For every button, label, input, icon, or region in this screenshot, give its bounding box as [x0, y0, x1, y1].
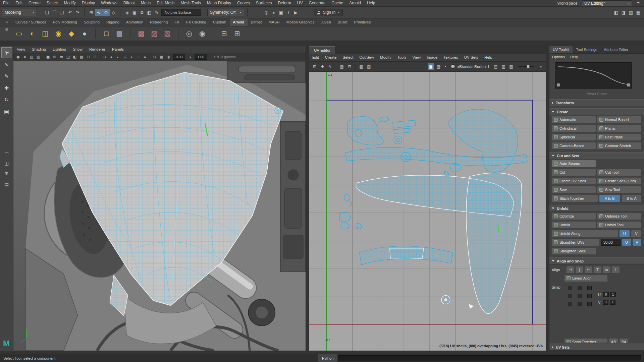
shelf-tab[interactable]: Animation — [123, 18, 147, 26]
safe-action-icon[interactable]: ⊡ — [85, 54, 92, 60]
create-uv-shell-button[interactable]: Create UV Shell — [552, 178, 596, 184]
unfold-along-v-button[interactable]: V — [631, 230, 641, 237]
unfold-button[interactable]: Unfold — [552, 222, 596, 228]
snap-v0-field[interactable]: 0 — [603, 300, 608, 305]
toolkit-menu-item[interactable]: Help — [568, 54, 581, 60]
paint-select-tool-icon[interactable]: ✎ — [2, 71, 12, 81]
shelf-tab[interactable]: Bullet — [334, 18, 351, 26]
snap-checkbox[interactable] — [578, 302, 582, 306]
shelf-tab[interactable]: MASH — [265, 18, 283, 26]
menu-item[interactable]: Create — [25, 0, 44, 6]
menu-item[interactable]: Arnold — [346, 0, 364, 6]
chevron-down-icon[interactable] — [444, 66, 446, 67]
menu-item[interactable]: Select — [44, 0, 61, 6]
menu-item[interactable]: Edit — [12, 0, 25, 6]
viewport-menu-item[interactable]: Show — [69, 46, 86, 53]
uv-menu-item[interactable]: UV Sets — [461, 54, 481, 61]
uv-menu-item[interactable]: Image — [424, 54, 440, 61]
film-gate-icon[interactable]: ▭ — [58, 54, 65, 60]
gamma-icon[interactable]: ◑ — [186, 54, 193, 60]
snap-checkbox[interactable] — [587, 286, 592, 290]
render-settings-icon[interactable]: ⚙ — [138, 9, 146, 16]
channel-box-toggle-icon[interactable]: ◨ — [620, 9, 627, 16]
attribute-editor-toggle-icon[interactable]: ▥ — [627, 9, 635, 16]
uv-grid-scene[interactable] — [309, 72, 546, 351]
shelf-menu-icon[interactable]: ≡ — [5, 19, 8, 24]
command-language-selector[interactable]: Python — [318, 354, 337, 362]
uv-pixel-snap-icon[interactable]: ⊡ — [346, 63, 353, 70]
shelf-tab[interactable]: FX Caching — [183, 18, 210, 26]
exposure-slider[interactable] — [518, 66, 534, 67]
undo-icon[interactable]: ↶ — [66, 9, 74, 16]
sew-tool-button[interactable]: Sew Tool — [597, 186, 641, 193]
arnold-skydome-light-icon[interactable]: ◐ — [27, 28, 37, 39]
shelf-tab[interactable]: XGen — [318, 18, 334, 26]
shelf-tab[interactable]: Rigging — [103, 18, 123, 26]
align-center-v-icon[interactable]: ≍ — [603, 266, 610, 273]
resolution-gate-icon[interactable]: ◫ — [65, 54, 71, 60]
optimize-button[interactable]: Optimize — [552, 213, 596, 220]
save-scene-icon[interactable]: ❑ — [58, 9, 65, 16]
menu-item[interactable]: Curves — [234, 0, 253, 6]
pause-icon[interactable]: ‖ — [285, 9, 292, 16]
viewport-menu-item[interactable]: Renderer — [86, 46, 109, 53]
motion-blur-icon[interactable]: ≋ — [142, 54, 148, 60]
menu-item[interactable]: Edit Mesh — [154, 0, 177, 6]
snap-to-point-icon[interactable]: ⊙ — [102, 9, 110, 16]
spherical-button[interactable]: Spherical — [552, 134, 596, 140]
contour-stretch-button[interactable]: Contour Stretch — [597, 142, 641, 149]
lights-icon[interactable]: ☼ — [121, 54, 128, 60]
arnold-flush-cache-icon[interactable]: ⊟ — [219, 28, 229, 39]
checker-display-icon[interactable]: ▦ — [435, 63, 442, 70]
uv-menu-item[interactable]: Textures — [440, 54, 461, 61]
occlusion-icon[interactable]: ◌ — [135, 54, 142, 60]
b-to-a-button[interactable]: B to A — [622, 195, 641, 202]
shelf-tab[interactable]: Rendering — [147, 18, 171, 26]
gamma-field[interactable]: 1.00 — [195, 54, 207, 60]
slider-knob[interactable] — [527, 65, 530, 68]
make-live-icon[interactable]: ◈ — [123, 9, 131, 16]
gate-mask-icon[interactable]: ◧ — [71, 54, 78, 60]
arnold-render-icon[interactable]: ◎ — [184, 28, 194, 39]
shelf-tab[interactable]: Poly Modeling — [49, 18, 80, 26]
shelf-tab[interactable]: Motion Graphics — [283, 18, 318, 26]
select-tool-icon[interactable]: ➤ — [2, 48, 12, 58]
menu-item[interactable]: Bifrost — [120, 0, 138, 6]
viewport-canvas[interactable] — [13, 61, 306, 351]
isolate-select-icon[interactable]: ⊙ — [151, 54, 158, 60]
lock-camera-icon[interactable]: ◈ — [21, 54, 28, 60]
uv-menu-item[interactable]: Modify — [377, 54, 394, 61]
shelf-gear-icon[interactable]: ⚙ — [5, 27, 9, 32]
snap-u0-field[interactable]: 0 — [603, 292, 609, 297]
viewport-menu-item[interactable]: Lighting — [49, 46, 69, 53]
uv-shell-border-icon[interactable]: ▩ — [358, 63, 365, 70]
menu-item[interactable]: UV — [294, 0, 306, 6]
move-tool-icon[interactable]: ✚ — [2, 83, 12, 93]
falloff-curve-graph[interactable] — [556, 63, 631, 89]
menu-item[interactable]: Cache — [328, 0, 346, 6]
section-cut-and-sew[interactable]: Cut and Sew — [549, 152, 644, 159]
snap-to-curve-icon[interactable]: ∿ — [95, 9, 102, 16]
snap-to-grid-icon[interactable]: ⊞ — [88, 9, 95, 16]
arnold-physical-sky-icon[interactable]: ◉ — [53, 28, 63, 39]
textured-icon[interactable]: ◐ — [115, 54, 121, 60]
snap-ba-button[interactable]: BA — [620, 339, 628, 343]
arnold-area-light-icon[interactable]: ▭ — [14, 28, 24, 39]
uv-texture-ramp-icon[interactable]: ▥ — [500, 63, 507, 70]
snap-checkbox[interactable] — [587, 294, 592, 298]
play-icon[interactable]: ▶ — [292, 9, 300, 16]
scale-tool-icon[interactable]: ▣ — [2, 106, 12, 116]
arnold-texture-image-icon[interactable]: ▨ — [149, 28, 159, 39]
align-min-v-icon[interactable]: ⊥ — [612, 266, 620, 273]
snap-checkbox[interactable] — [578, 286, 582, 290]
cylindrical-button[interactable]: Cylindrical — [552, 125, 596, 132]
snap-checkbox[interactable] — [568, 294, 572, 298]
menu-item[interactable]: Mesh Tools — [178, 0, 204, 6]
automatic-button[interactable]: Automatic — [552, 116, 596, 123]
menu-item[interactable]: Deform — [275, 0, 294, 6]
arnold-standin-icon[interactable]: □ — [101, 28, 111, 39]
live-surface-field[interactable]: No Live Surface — [161, 9, 201, 16]
shelf-tab[interactable]: Arnold — [230, 18, 248, 26]
arnold-portal-light-icon[interactable]: ◫ — [40, 28, 50, 39]
section-create[interactable]: Create — [549, 108, 644, 115]
